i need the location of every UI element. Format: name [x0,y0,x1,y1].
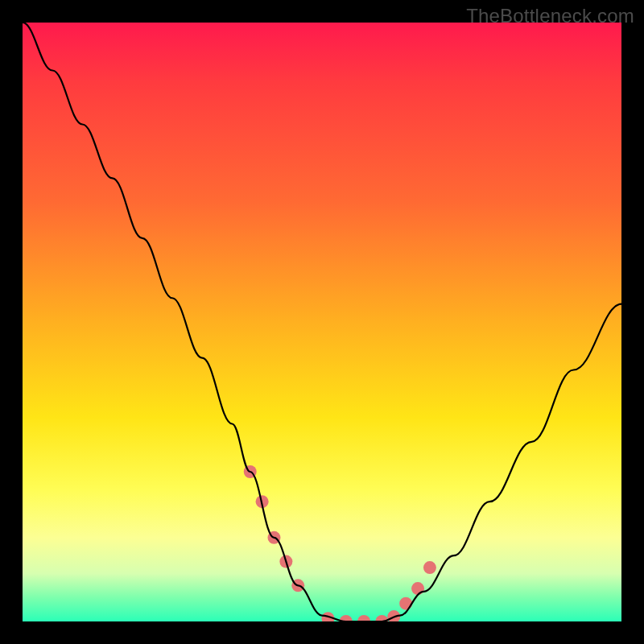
highlight-dot [399,597,412,610]
highlight-dot [423,561,436,574]
highlight-dot [357,615,370,621]
chart-frame: TheBottleneck.com [0,0,644,644]
plot-area [23,23,621,621]
bottleneck-curve-path [23,23,621,621]
highlight-dot [411,582,424,595]
chart-overlay [23,23,621,621]
marker-group [244,465,436,621]
